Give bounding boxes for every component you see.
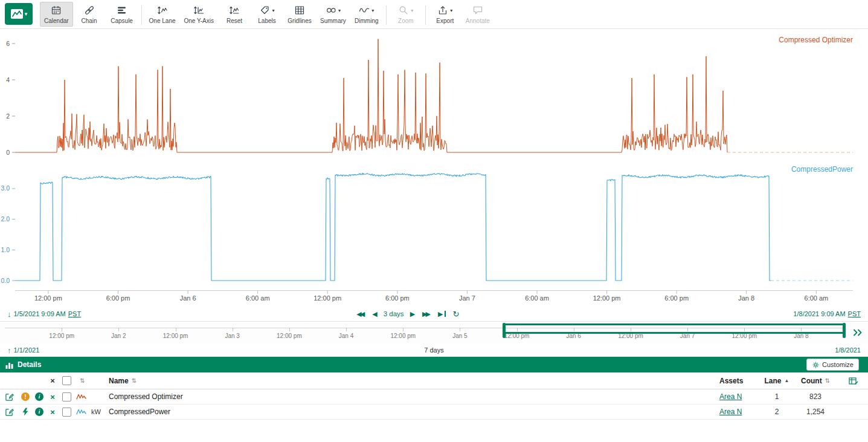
grid-icon — [294, 5, 305, 15]
arrow-down-icon[interactable]: ↓ — [7, 310, 11, 319]
one-lane-icon — [157, 5, 168, 15]
details-table-header: × ⇅ Name⇅ Assets Lane▲ Count⇅ — [0, 372, 868, 389]
step-back-full-button[interactable]: ◀◀ — [356, 310, 365, 318]
overview-tick — [233, 328, 233, 331]
details-row-compressedpower[interactable]: i × kW CompressedPower Area N 2 1,254 — [0, 405, 868, 420]
view-selector-button[interactable]: ▾ — [5, 3, 33, 25]
signal-unit: kW — [88, 408, 104, 415]
svg-text:Jan 7: Jan 7 — [459, 294, 475, 302]
sort-name-icon[interactable]: ⇅ — [132, 377, 137, 384]
chain-icon — [84, 5, 95, 15]
toolbar-button-label: Dimming — [355, 18, 378, 24]
overview-start-date: 1/1/2021 — [14, 346, 40, 354]
select-all-checkbox[interactable] — [62, 376, 71, 385]
step-forward-full-button[interactable]: ▶▶ — [422, 310, 431, 318]
step-back-button[interactable]: ◀ — [372, 310, 377, 318]
remove-row-button[interactable]: × — [46, 408, 59, 417]
toolbar-button-zoom[interactable]: ▾ Zoom — [390, 2, 422, 27]
capsule-icon — [117, 5, 127, 15]
trend-chart[interactable]: 12:00 pm6:00 pmJan 66:00 am12:00 pm6:00 … — [0, 29, 868, 307]
toolbar-button-labels[interactable]: ▾ Labels — [251, 2, 283, 27]
toolbar-button-label: Reset — [227, 18, 242, 24]
sort-type-icon[interactable]: ⇅ — [77, 377, 88, 384]
details-chart-icon — [5, 361, 14, 369]
overview-tick — [460, 328, 460, 331]
display-range-bar: ↓ 1/5/2021 9:09 AM PST ◀◀ ◀ 3 days ▶ ▶▶ … — [0, 307, 868, 321]
svg-text:6:00 pm: 6:00 pm — [385, 294, 410, 302]
column-header-assets[interactable]: Assets — [719, 377, 743, 385]
info-icon[interactable]: i — [35, 408, 43, 416]
overview-duration[interactable]: 7 days — [424, 346, 443, 354]
row-checkbox[interactable] — [62, 408, 71, 417]
row-checkbox[interactable] — [62, 392, 71, 401]
overview-tick — [289, 328, 290, 331]
toolbar-button-summary[interactable]: ▾ Summary — [316, 2, 350, 27]
overview-tick-label: 12:00 pm — [390, 333, 416, 339]
bolt-icon[interactable] — [22, 408, 29, 416]
toolbar-button-one-lane[interactable]: One Lane — [145, 2, 180, 27]
caret-down-icon: ▾ — [450, 8, 452, 13]
customize-button[interactable]: Customize — [806, 359, 859, 371]
dimming-icon — [359, 5, 370, 15]
timezone-link[interactable]: PST — [68, 310, 81, 317]
lane-value: 2 — [762, 408, 792, 416]
svg-text:6:00 am: 6:00 am — [805, 294, 829, 302]
toolbar-button-gridlines[interactable]: Gridlines — [283, 2, 316, 27]
edit-icon[interactable] — [5, 392, 14, 401]
overview-tick-label: 12:00 pm — [277, 333, 302, 339]
remove-row-button[interactable]: × — [46, 392, 59, 401]
caret-down-icon: ▾ — [338, 8, 341, 13]
signal-name[interactable]: Compressed Optimizer — [104, 392, 715, 401]
step-forward-button[interactable]: ▶ — [410, 310, 415, 318]
duration-label[interactable]: 3 days — [384, 310, 404, 317]
signal-name[interactable]: CompressedPower — [104, 408, 715, 416]
auto-update-icon[interactable] — [853, 328, 864, 337]
step-to-end-glyph: ▶ — [438, 310, 443, 317]
overview-tick — [176, 328, 176, 331]
remove-all-button[interactable]: × — [46, 376, 59, 385]
toolbar-separator — [425, 5, 426, 25]
sort-count-icon[interactable]: ⇅ — [825, 377, 830, 384]
overview-end-date: 1/8/2021 — [835, 346, 861, 354]
overview-tick-label: 12:00 pm — [49, 333, 74, 339]
column-header-count[interactable]: Count — [801, 377, 822, 385]
svg-text:0.0: 0.0 — [1, 277, 10, 284]
asset-link[interactable]: Area N — [719, 392, 742, 401]
toolbar-button-label: Summary — [320, 18, 346, 24]
svg-text:12:00 pm: 12:00 pm — [313, 294, 341, 302]
toolbar-button-chain[interactable]: Chain — [73, 2, 106, 27]
info-icon[interactable]: i — [35, 392, 43, 401]
gear-icon — [812, 361, 820, 369]
caret-down-icon: ▾ — [411, 8, 413, 13]
zoom-icon — [398, 5, 409, 15]
timezone-link[interactable]: PST — [848, 310, 861, 317]
toolbar-button-capsule[interactable]: Capsule — [106, 2, 138, 27]
toolbar-button-dimming[interactable]: ▾ Dimming — [350, 2, 383, 27]
toolbar-button-label: Gridlines — [288, 18, 311, 24]
toolbar-button-export[interactable]: ▾ Export — [429, 2, 461, 27]
refresh-icon[interactable]: ↻ — [452, 310, 459, 319]
table-settings-icon[interactable] — [849, 377, 858, 385]
calendar-icon — [51, 5, 62, 15]
display-start-date[interactable]: 1/5/2021 9:09 AM — [14, 310, 66, 317]
toolbar-button-calendar[interactable]: Calendar — [40, 2, 73, 27]
toolbar-button-annotate[interactable]: Annotate — [461, 2, 494, 27]
details-row-compressed-optimizer[interactable]: ! i × Compressed Optimizer Area N 1 823 — [0, 389, 868, 405]
signal-color-icon — [76, 408, 86, 415]
display-end-date[interactable]: 1/8/2021 9:09 AM — [793, 310, 845, 317]
step-to-end-button[interactable]: ▶ — [438, 310, 445, 318]
svg-text:6:00 am: 6:00 am — [246, 294, 270, 302]
overview-timeline[interactable]: 12:00 pmJan 212:00 pmJan 312:00 pmJan 41… — [0, 321, 868, 343]
overview-selection-brackets[interactable] — [504, 323, 844, 334]
toolbar-button-one-y-axis[interactable]: One Y-Axis — [180, 2, 218, 27]
toolbar-button-reset[interactable]: Reset — [218, 2, 251, 27]
sort-lane-asc-icon[interactable]: ▲ — [785, 378, 789, 383]
svg-text:6: 6 — [6, 40, 10, 47]
edit-icon[interactable] — [5, 408, 14, 417]
column-header-name[interactable]: Name — [109, 377, 129, 385]
column-header-lane[interactable]: Lane — [765, 377, 782, 385]
toolbar-separator — [141, 5, 142, 25]
warning-icon[interactable]: ! — [21, 392, 30, 401]
asset-link[interactable]: Area N — [719, 408, 742, 416]
toolbar-button-label: Chain — [82, 18, 97, 24]
